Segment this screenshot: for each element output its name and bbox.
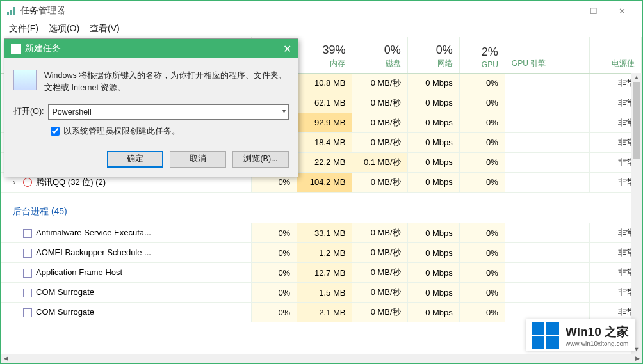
cell-cpu: 0% xyxy=(252,303,297,322)
run-dialog-icon xyxy=(13,70,37,90)
browse-button[interactable]: 浏览(B)... xyxy=(232,151,289,168)
cell-gpu-engine xyxy=(505,93,589,113)
cell-name: COM Surrogate xyxy=(1,303,252,322)
scrollbar-thumb[interactable] xyxy=(633,82,640,159)
table-row[interactable]: Application Frame Host0%12.7 MB0 MB/秒0 M… xyxy=(1,263,642,283)
open-input-value: Powershell xyxy=(53,107,92,116)
horizontal-scrollbar[interactable]: ◀ ▶ xyxy=(1,354,642,363)
cell-cpu: 0% xyxy=(252,283,297,303)
cell-memory: 104.2 MB xyxy=(297,172,352,192)
vertical-scrollbar[interactable]: ▲ ▼ xyxy=(631,73,642,354)
cell-gpu: 0% xyxy=(459,152,505,172)
windows-logo-icon xyxy=(532,322,559,349)
process-icon xyxy=(23,289,32,297)
section-header: 后台进程 (45) xyxy=(1,201,642,223)
svg-rect-2 xyxy=(13,7,15,15)
cell-cpu: 0% xyxy=(252,263,297,283)
open-label: 打开(O): xyxy=(13,106,44,117)
cell-memory: 10.8 MB xyxy=(297,73,352,93)
cell-network: 0 Mbps xyxy=(407,303,459,322)
cell-gpu-engine xyxy=(505,172,589,192)
maximize-button[interactable]: ☐ xyxy=(579,1,608,20)
cell-disk: 0 MB/秒 xyxy=(352,113,407,132)
scroll-left-icon[interactable]: ◀ xyxy=(1,354,10,363)
process-icon xyxy=(23,178,32,187)
cell-network: 0 Mbps xyxy=(407,152,459,172)
app-icon xyxy=(6,6,17,16)
cell-memory: 18.4 MB xyxy=(297,132,352,152)
cell-network: 0 Mbps xyxy=(407,243,459,263)
svg-rect-1 xyxy=(10,10,12,15)
cell-name: Application Frame Host xyxy=(1,263,252,283)
cell-disk: 0 MB/秒 xyxy=(352,243,407,263)
open-input[interactable]: Powershell ▾ xyxy=(48,104,289,120)
dialog-titlebar[interactable]: 新建任务 ✕ xyxy=(4,39,298,58)
cell-gpu: 0% xyxy=(459,243,505,263)
cell-gpu: 0% xyxy=(459,93,505,113)
watermark: Win10 之家 www.win10xitong.com xyxy=(526,319,635,351)
cell-disk: 0 MB/秒 xyxy=(352,263,407,283)
process-icon xyxy=(23,308,32,317)
cell-disk: 0 MB/秒 xyxy=(352,132,407,152)
cell-gpu-engine xyxy=(505,132,589,152)
cell-gpu: 0% xyxy=(459,283,505,303)
cell-gpu: 0% xyxy=(459,172,505,192)
cell-name: COM Surrogate xyxy=(1,283,252,303)
col-gpu-engine[interactable]: GPU 引擎 xyxy=(505,37,589,73)
scroll-right-icon[interactable]: ▶ xyxy=(633,354,642,363)
cell-network: 0 Mbps xyxy=(407,132,459,152)
cell-disk: 0.1 MB/秒 xyxy=(352,152,407,172)
cell-gpu: 0% xyxy=(459,263,505,283)
cell-network: 0 Mbps xyxy=(407,283,459,303)
run-icon xyxy=(11,44,21,54)
process-icon xyxy=(23,249,32,258)
cell-gpu-engine xyxy=(505,113,589,132)
cell-gpu-engine xyxy=(505,243,589,263)
dialog-close-button[interactable]: ✕ xyxy=(283,43,291,55)
cell-network: 0 Mbps xyxy=(407,263,459,283)
process-icon xyxy=(23,229,32,238)
cell-gpu-engine xyxy=(505,263,589,283)
cell-name: AOMEI Backupper Schedule ... xyxy=(1,243,252,263)
cell-cpu: 0% xyxy=(252,223,297,243)
table-row[interactable]: COM Surrogate0%1.5 MB0 MB/秒0 Mbps0%非常 xyxy=(1,283,642,303)
cell-disk: 0 MB/秒 xyxy=(352,303,407,322)
dialog-title: 新建任务 xyxy=(25,43,61,54)
col-gpu[interactable]: 2%GPU xyxy=(459,37,505,73)
col-network[interactable]: 0%网络 xyxy=(407,37,459,73)
admin-checkbox[interactable] xyxy=(51,127,60,136)
cell-network: 0 Mbps xyxy=(407,73,459,93)
menu-file[interactable]: 文件(F) xyxy=(4,22,44,36)
expand-icon[interactable]: › xyxy=(13,177,20,187)
cell-memory: 1.2 MB xyxy=(297,243,352,263)
close-button[interactable]: ✕ xyxy=(608,1,637,20)
cell-cpu: 0% xyxy=(252,243,297,263)
table-row[interactable]: Antimalware Service Executa...0%33.1 MB0… xyxy=(1,223,642,243)
cancel-button[interactable]: 取消 xyxy=(170,151,226,168)
cell-disk: 0 MB/秒 xyxy=(352,172,407,192)
col-memory[interactable]: 39%内存 xyxy=(297,37,352,73)
cell-gpu-engine xyxy=(505,223,589,243)
cell-network: 0 Mbps xyxy=(407,93,459,113)
cell-memory: 1.5 MB xyxy=(297,283,352,303)
cell-gpu: 0% xyxy=(459,73,505,93)
cell-disk: 0 MB/秒 xyxy=(352,93,407,113)
watermark-url: www.win10xitong.com xyxy=(566,340,629,347)
dropdown-icon[interactable]: ▾ xyxy=(282,107,286,115)
minimize-button[interactable]: — xyxy=(550,1,579,20)
cell-gpu: 0% xyxy=(459,223,505,243)
menu-view[interactable]: 查看(V) xyxy=(85,22,125,36)
col-power[interactable]: 电源使 xyxy=(589,37,641,73)
window-title: 任务管理器 xyxy=(20,5,550,17)
ok-button[interactable]: 确定 xyxy=(107,151,163,168)
cell-network: 0 Mbps xyxy=(407,172,459,192)
menu-options[interactable]: 选项(O) xyxy=(44,22,85,36)
cell-gpu-engine xyxy=(505,73,589,93)
col-disk[interactable]: 0%磁盘 xyxy=(352,37,407,73)
cell-gpu: 0% xyxy=(459,113,505,132)
table-row[interactable]: AOMEI Backupper Schedule ...0%1.2 MB0 MB… xyxy=(1,243,642,263)
cell-memory: 62.1 MB xyxy=(297,93,352,113)
scroll-up-icon[interactable]: ▲ xyxy=(631,73,642,82)
cell-gpu: 0% xyxy=(459,132,505,152)
admin-label: 以系统管理员权限创建此任务。 xyxy=(63,126,180,137)
